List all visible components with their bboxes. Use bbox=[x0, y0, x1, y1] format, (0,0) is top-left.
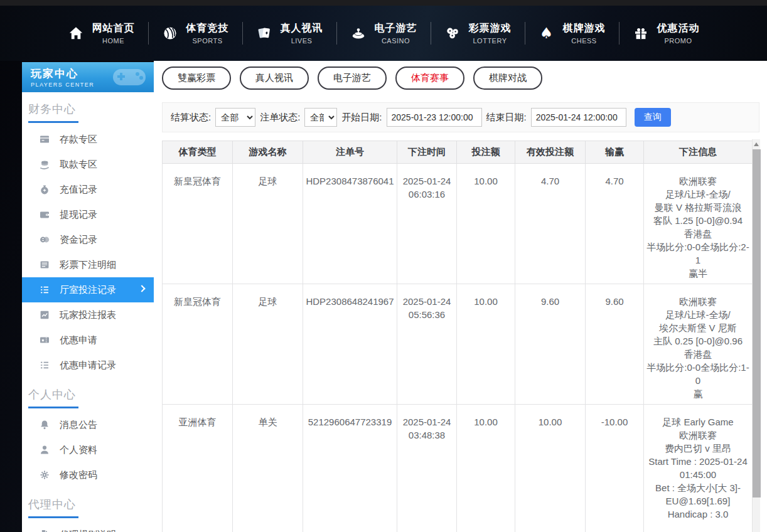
cell-bet-time: 2025-01-24 06:03:16 bbox=[397, 164, 457, 284]
sidebar-item-player-bet-report[interactable]: 玩家投注报表 bbox=[22, 302, 154, 327]
start-date-label: 开始日期: bbox=[341, 112, 382, 124]
sidebar-item-label: 个人资料 bbox=[60, 444, 97, 456]
cell-bet-id: HDP2308473876041 bbox=[303, 164, 397, 284]
col-bet-time: 下注时间 bbox=[397, 141, 457, 164]
col-valid-amount: 有效投注额 bbox=[515, 141, 586, 164]
col-bet-id: 注单号 bbox=[303, 141, 397, 164]
sidebar-item-promo-apply[interactable]: 优惠申请 bbox=[22, 327, 154, 353]
chevron-right-icon bbox=[138, 285, 145, 292]
filter-bar: 结算状态: 全部 注单状态: 全部 开始日期: 结束日期: 查询 bbox=[162, 102, 759, 132]
sidebar-item-label: 代理规则说明 bbox=[60, 529, 116, 532]
col-bet-amount: 投注额 bbox=[457, 141, 515, 164]
table-row: 新皇冠体育 足球 HDP2308648241967 2025-01-24 05:… bbox=[163, 284, 753, 405]
nav-label: 电子游艺 bbox=[375, 22, 417, 35]
category-tabs: 雙赢彩票 真人视讯 电子游艺 体育赛事 棋牌对战 bbox=[162, 61, 759, 90]
cell-win-loss: 4.70 bbox=[586, 164, 644, 284]
tab-sports[interactable]: 体育赛事 bbox=[395, 66, 464, 90]
cell-bet-info: 足球 Early Game 欧洲联赛 费内巴切 v 里昂 Start Time … bbox=[644, 405, 753, 532]
sidebar-item-withdraw-records[interactable]: 提现记录 bbox=[22, 202, 154, 227]
sidebar-section-personal: 个人中心 bbox=[22, 378, 154, 407]
roulette-icon bbox=[350, 25, 367, 41]
cell-win-loss: -10.00 bbox=[586, 405, 644, 532]
document-icon bbox=[39, 529, 50, 532]
nav-label: 网站首页 bbox=[92, 22, 135, 35]
top-strip bbox=[0, 0, 767, 6]
home-icon bbox=[68, 25, 84, 41]
cell-sport-type: 新皇冠体育 bbox=[163, 164, 233, 284]
nav-item-home[interactable]: 网站首页 HOME bbox=[55, 22, 148, 45]
section-underline bbox=[28, 516, 78, 518]
table-row: 亚洲体育 单关 5212960647723319 2025-01-24 03:4… bbox=[163, 405, 753, 532]
nav-sublabel: CHESS bbox=[563, 37, 606, 45]
cell-bet-id: 5212960647723319 bbox=[303, 405, 397, 532]
nav-item-lives[interactable]: 真人视讯 LIVES bbox=[243, 22, 336, 45]
wallet-icon bbox=[39, 209, 50, 220]
sidebar-item-withdraw[interactable]: 取款专区 bbox=[22, 152, 154, 177]
cell-bet-amount: 10.00 bbox=[457, 284, 515, 405]
sidebar-section-agent: 代理中心 bbox=[22, 487, 154, 516]
coupon-list-icon bbox=[39, 359, 50, 371]
sidebar-item-fund-records[interactable]: 资金记录 bbox=[22, 227, 154, 252]
coins-icon bbox=[39, 234, 50, 245]
section-underline bbox=[28, 121, 78, 123]
gamepad-icon bbox=[110, 65, 149, 89]
cell-bet-amount: 10.00 bbox=[457, 405, 515, 532]
tab-casino[interactable]: 电子游艺 bbox=[318, 66, 387, 90]
scrollbar-up-button[interactable] bbox=[753, 139, 760, 149]
cell-game-name: 足球 bbox=[233, 284, 303, 405]
sidebar-item-agent-rules[interactable]: 代理规则说明 bbox=[22, 522, 154, 532]
cell-valid-amount: 10.00 bbox=[515, 405, 586, 532]
cell-valid-amount: 9.60 bbox=[515, 284, 586, 405]
sidebar-item-announcements[interactable]: 消息公告 bbox=[22, 412, 154, 437]
cell-sport-type: 新皇冠体育 bbox=[163, 284, 233, 405]
nav-item-sports[interactable]: 体育竞技 SPORTS bbox=[149, 22, 242, 45]
end-date-input[interactable] bbox=[531, 108, 626, 127]
start-date-input[interactable] bbox=[387, 108, 482, 127]
nav-item-chess[interactable]: ♠ 棋牌游戏 CHESS bbox=[525, 22, 619, 45]
gear-icon bbox=[39, 469, 50, 481]
tab-lottery[interactable]: 雙赢彩票 bbox=[162, 66, 231, 90]
end-date-label: 结束日期: bbox=[486, 112, 527, 124]
scrollbar-thumb[interactable] bbox=[753, 149, 761, 497]
sidebar-item-room-bet-records[interactable]: 厅室投注记录 bbox=[22, 277, 154, 302]
sidebar-item-lottery-bet-details[interactable]: 彩票下注明细 bbox=[22, 252, 154, 277]
sidebar-header: 玩家中心 PLAYERS CENTER bbox=[22, 62, 154, 92]
room-list-icon bbox=[39, 284, 50, 295]
top-navbar: 网站首页 HOME 体育竞技 SPORTS 真人视讯 LIVES bbox=[0, 6, 767, 61]
tab-chess[interactable]: 棋牌对战 bbox=[473, 66, 542, 90]
nav-item-casino[interactable]: 电子游艺 CASINO bbox=[337, 22, 431, 45]
report-chart-icon bbox=[39, 309, 50, 321]
nav-label: 优惠活动 bbox=[657, 22, 700, 35]
cell-valid-amount: 4.70 bbox=[515, 164, 586, 284]
content-area: 雙赢彩票 真人视讯 电子游艺 体育赛事 棋牌对战 结算状态: 全部 注单状态: … bbox=[162, 61, 759, 532]
table-row: 新皇冠体育 足球 HDP2308473876041 2025-01-24 06:… bbox=[163, 164, 753, 284]
spade-icon: ♠ bbox=[539, 25, 555, 41]
gift-icon bbox=[633, 25, 649, 41]
nav-sublabel: SPORTS bbox=[186, 37, 229, 45]
nav-sublabel: HOME bbox=[92, 37, 135, 45]
nav-label: 体育竞技 bbox=[186, 22, 229, 35]
sidebar-item-profile[interactable]: 个人资料 bbox=[22, 437, 154, 462]
sidebar-item-deposit[interactable]: 存款专区 bbox=[22, 127, 154, 152]
nav-item-promo[interactable]: 优惠活动 PROMO bbox=[620, 22, 713, 45]
sidebar: 玩家中心 PLAYERS CENTER 财务中心 存款专区 取款专区 充值记 bbox=[22, 62, 154, 532]
settle-status-select[interactable]: 全部 bbox=[215, 108, 255, 127]
sidebar-item-promo-apply-records[interactable]: 优惠申请记录 bbox=[22, 353, 154, 378]
sidebar-item-change-password[interactable]: 修改密码 bbox=[22, 462, 154, 487]
nav-label: 棋牌游戏 bbox=[563, 22, 606, 35]
order-status-select[interactable]: 全部 bbox=[304, 108, 337, 127]
nav-sublabel: CASINO bbox=[375, 37, 417, 45]
sidebar-item-label: 资金记录 bbox=[60, 234, 97, 246]
sidebar-item-recharge-records[interactable]: 充值记录 bbox=[22, 177, 154, 202]
order-status-label: 注单状态: bbox=[260, 112, 300, 124]
query-button[interactable]: 查询 bbox=[635, 108, 671, 127]
sidebar-item-label: 优惠申请 bbox=[60, 334, 97, 346]
cell-game-name: 单关 bbox=[233, 405, 303, 532]
person-icon bbox=[39, 444, 50, 455]
sidebar-item-label: 彩票下注明细 bbox=[60, 259, 116, 271]
tab-live[interactable]: 真人视讯 bbox=[240, 66, 309, 90]
nav-item-lottery[interactable]: 彩票游戏 LOTTERY bbox=[431, 22, 525, 45]
nav-sublabel: LIVES bbox=[281, 37, 323, 45]
table-scrollbar bbox=[752, 139, 760, 532]
cell-bet-time: 2025-01-24 05:56:36 bbox=[397, 284, 457, 405]
